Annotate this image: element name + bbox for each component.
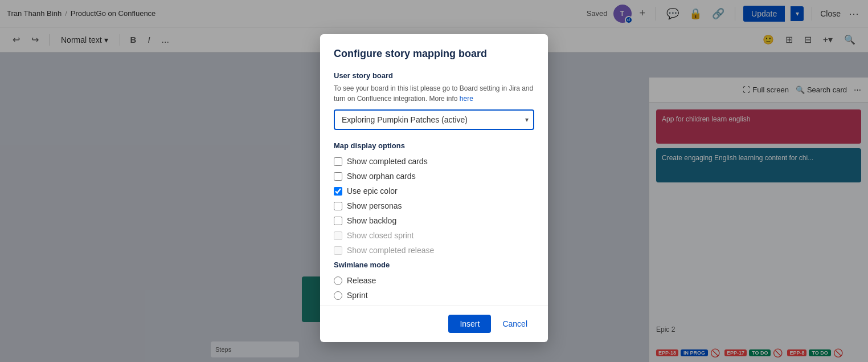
- modal-title: Configure story mapping board: [334, 48, 534, 60]
- show-completed-release-label: Show completed release: [347, 246, 434, 255]
- configure-modal: Configure story mapping board User story…: [320, 34, 548, 342]
- show-completed-label: Show completed cards: [347, 157, 428, 166]
- insert-button[interactable]: Insert: [448, 315, 491, 333]
- user-story-label: User story board: [334, 71, 534, 80]
- checkbox-show-personas[interactable]: Show personas: [334, 201, 534, 210]
- show-completed-release-checkbox: [334, 246, 342, 255]
- checkbox-show-backlog[interactable]: Show backlog: [334, 216, 534, 225]
- user-story-desc: To see your board in this list please go…: [334, 83, 534, 104]
- sprint-label: Sprint: [347, 291, 368, 300]
- checkbox-use-epic[interactable]: Use epic color: [334, 186, 534, 196]
- show-orphan-checkbox[interactable]: [334, 172, 342, 181]
- modal-overlay[interactable]: Configure story mapping board User story…: [0, 0, 868, 362]
- release-radio[interactable]: [334, 276, 342, 285]
- show-backlog-checkbox[interactable]: [334, 217, 342, 225]
- modal-body: Configure story mapping board User story…: [320, 34, 548, 305]
- use-epic-label: Use epic color: [347, 186, 398, 196]
- radio-sprint[interactable]: Sprint: [334, 291, 534, 300]
- checkbox-show-closed-sprint: Show closed sprint: [334, 231, 534, 240]
- board-select[interactable]: Exploring Pumpkin Patches (active): [334, 109, 534, 130]
- checkbox-show-orphan[interactable]: Show orphan cards: [334, 172, 534, 181]
- map-display-label: Map display options: [334, 141, 534, 150]
- swimlane-label: Swimlane mode: [334, 261, 534, 269]
- radio-release[interactable]: Release: [334, 276, 534, 285]
- here-link[interactable]: here: [460, 95, 473, 103]
- checkbox-show-completed-release: Show completed release: [334, 246, 534, 255]
- show-personas-checkbox[interactable]: [334, 202, 342, 210]
- map-display-section: Map display options Show completed cards…: [334, 141, 534, 255]
- show-completed-checkbox[interactable]: [334, 157, 342, 166]
- cancel-button[interactable]: Cancel: [496, 315, 534, 333]
- use-epic-checkbox[interactable]: [334, 187, 342, 196]
- show-backlog-label: Show backlog: [347, 216, 396, 225]
- swimlane-section: Swimlane mode Release Sprint No swimlane: [334, 261, 534, 305]
- modal-footer: Insert Cancel: [320, 305, 548, 342]
- show-orphan-label: Show orphan cards: [347, 172, 416, 181]
- release-label: Release: [347, 276, 376, 285]
- show-closed-sprint-checkbox: [334, 231, 342, 240]
- board-select-wrap: Exploring Pumpkin Patches (active) ▾: [334, 109, 534, 130]
- show-closed-sprint-label: Show closed sprint: [347, 231, 414, 240]
- checkbox-show-completed[interactable]: Show completed cards: [334, 157, 534, 166]
- user-story-section: User story board To see your board in th…: [334, 71, 534, 130]
- user-story-desc-text: To see your board in this list please go…: [334, 84, 533, 103]
- sprint-radio[interactable]: [334, 291, 342, 300]
- show-personas-label: Show personas: [347, 201, 402, 210]
